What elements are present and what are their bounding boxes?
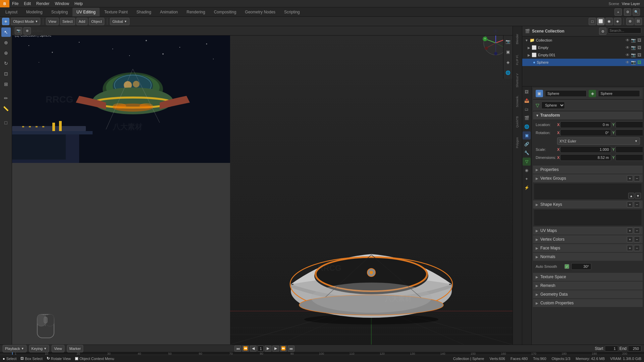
normals-header[interactable]: ▶ Normals [533, 253, 643, 261]
props-tab-viewlayer[interactable]: 🗂 [523, 105, 531, 113]
scale-x-input[interactable] [560, 146, 611, 153]
properties-section-header[interactable]: ▶ Properties [533, 166, 643, 174]
tab-geometry-nodes[interactable]: Geometry Nodes [241, 8, 279, 16]
vrt-camera[interactable]: 📷 [503, 37, 513, 46]
menu-file[interactable]: File [9, 0, 21, 7]
tab-compositing[interactable]: Compositing [210, 8, 240, 16]
camera-icon-sphere[interactable]: 📷 [631, 60, 636, 65]
vp-overlays-btn[interactable]: ⊕ [23, 27, 31, 35]
play-btn[interactable]: ▶ [265, 346, 271, 352]
props-tab-scene[interactable]: 🎬 [523, 114, 531, 122]
tool-select[interactable]: ↖ [1, 27, 11, 37]
view-btn[interactable]: View [46, 18, 59, 25]
start-frame-input[interactable] [605, 346, 618, 352]
transform-header[interactable]: ▼ Transform [533, 111, 643, 119]
timeline-marker-btn[interactable]: Marker [67, 345, 83, 352]
eye-icon-empty001[interactable]: 👁 [626, 53, 630, 57]
props-tab-output[interactable]: 📤 [523, 97, 531, 105]
vertex-colors-header[interactable]: ▶ Vertex Colors + − [533, 235, 643, 243]
tab-rendering[interactable]: Rendering [182, 8, 209, 16]
vrt-world[interactable]: 🌐 [503, 68, 513, 77]
eye-icon-sphere[interactable]: 👁 [626, 60, 630, 65]
tab-sculpting[interactable]: Sculpting [47, 8, 72, 16]
tool-add-cube[interactable]: □ [1, 118, 11, 127]
add-workspace-btn[interactable]: + [614, 8, 622, 16]
eye-icon-collection[interactable]: 👁 [626, 38, 630, 43]
add-btn[interactable]: Add [76, 18, 88, 25]
uv-add-btn[interactable]: + [627, 228, 633, 234]
vg-add-btn[interactable]: + [627, 175, 633, 181]
object-mode-selector[interactable]: Object Mode ▼ [11, 18, 40, 25]
face-maps-header[interactable]: ▶ Face Maps + − [533, 244, 643, 252]
location-y-input[interactable] [615, 121, 643, 128]
vp-view-btn[interactable]: 📷 [15, 27, 22, 35]
shading-solid[interactable]: ⬜ [597, 18, 604, 25]
current-frame-display[interactable]: 1 [258, 346, 264, 352]
rotation-mode-selector[interactable]: XYZ Euler ▼ [557, 137, 640, 145]
viewport-3d[interactable]: 📷 ⊕ [12, 26, 513, 345]
shading-render[interactable]: ◈ [614, 18, 621, 25]
filter-btn[interactable]: ⊙ [599, 27, 606, 35]
tab-uv-editing[interactable]: UV Editing [72, 8, 100, 16]
dim-y-input[interactable] [615, 154, 643, 161]
vertex-groups-header[interactable]: ▶ Vertex Groups + − [533, 174, 643, 182]
object-name-input[interactable] [545, 90, 587, 97]
remesh-header[interactable]: ▶ Remesh [533, 282, 643, 290]
end-frame-input[interactable] [628, 346, 641, 352]
tab-modeling[interactable]: Modeling [22, 8, 47, 16]
vrt-mesh[interactable]: ◈ [503, 58, 513, 67]
props-tab-particles[interactable]: ✦ [523, 175, 531, 183]
rv-tab-quicktb[interactable]: QuickTB [513, 112, 521, 132]
shape-keys-header[interactable]: ▶ Shape Keys + − [533, 200, 643, 208]
vg-move-up[interactable]: ▲ [628, 193, 634, 199]
fm-add-btn[interactable]: + [627, 245, 633, 251]
tab-texture-paint[interactable]: Texture Paint [100, 8, 132, 16]
rv-tab-screenk[interactable]: Screenk. [513, 91, 521, 111]
layout-options-btn[interactable]: ⚙ [624, 8, 631, 16]
render-icon-empty001[interactable]: 🖼 [637, 53, 641, 57]
props-tab-physics[interactable]: ⚡ [523, 184, 531, 192]
props-tab-render[interactable]: 🖼 [523, 88, 531, 96]
sk-remove-btn[interactable]: − [634, 201, 640, 207]
search-btn[interactable]: 🔍 [633, 8, 640, 16]
outliner-item-sphere[interactable]: ● Sphere 👁 📷 🖼 [522, 59, 644, 66]
mesh-name-input[interactable] [598, 90, 640, 97]
uv-remove-btn[interactable]: − [634, 228, 640, 234]
jump-prev-key-btn[interactable]: ⏪ [242, 346, 249, 352]
render-icon-collection[interactable]: 🖼 [637, 38, 641, 43]
object-btn[interactable]: Object [89, 18, 104, 25]
camera-icon-collection[interactable]: 📷 [631, 38, 636, 43]
global-transform-btn[interactable]: Global ▼ [110, 18, 129, 25]
outliner-item-collection[interactable]: ▼ 📁 Collection 👁 📷 🖼 [522, 37, 644, 44]
rotation-y-input[interactable] [615, 129, 643, 136]
scale-y-input[interactable] [615, 146, 643, 153]
uv-maps-header[interactable]: ▶ UV Maps + − [533, 227, 643, 235]
timeline-keying-btn[interactable]: Keying ▼ [29, 345, 49, 352]
vc-remove-btn[interactable]: − [634, 236, 640, 242]
outliner-item-empty001[interactable]: ▶ ⬜ Empty.001 👁 📷 🖼 [522, 51, 644, 59]
geometry-data-header[interactable]: ▶ Geometry Data [533, 290, 643, 298]
vg-move-down[interactable]: ▼ [635, 193, 641, 199]
outliner-item-empty[interactable]: ▶ ⬜ Empty 👁 📷 🖼 [522, 44, 644, 51]
tool-move[interactable]: ⊕ [1, 48, 11, 58]
tool-measure[interactable]: 📏 [1, 104, 11, 113]
shading-material[interactable]: ◉ [605, 18, 613, 25]
menu-edit[interactable]: Edit [21, 0, 34, 7]
tool-scale[interactable]: ⊡ [1, 69, 11, 78]
props-tab-material[interactable]: ◉ [523, 166, 531, 174]
props-tab-modifiers[interactable]: 🔧 [523, 149, 531, 157]
rv-tab-shortcut[interactable]: Shortcut V [513, 70, 521, 90]
location-x-input[interactable] [560, 121, 611, 128]
tool-annotate[interactable]: ✏ [1, 94, 11, 103]
step-fwd-btn[interactable]: ▶ [272, 346, 279, 352]
overlay-btn[interactable]: ⊕ [626, 18, 634, 25]
eye-icon-empty[interactable]: 👁 [626, 45, 630, 50]
vg-remove-btn[interactable]: − [634, 175, 640, 181]
xray-btn[interactable]: ☒ [635, 18, 642, 25]
render-icon-empty[interactable]: 🖼 [637, 45, 641, 50]
rv-tab-flip[interactable]: FLIP Fl. [513, 50, 521, 70]
vc-add-btn[interactable]: + [627, 236, 633, 242]
rotation-x-input[interactable] [560, 129, 611, 136]
camera-icon-empty001[interactable]: 📷 [631, 53, 636, 57]
menu-render[interactable]: Render [34, 0, 52, 7]
